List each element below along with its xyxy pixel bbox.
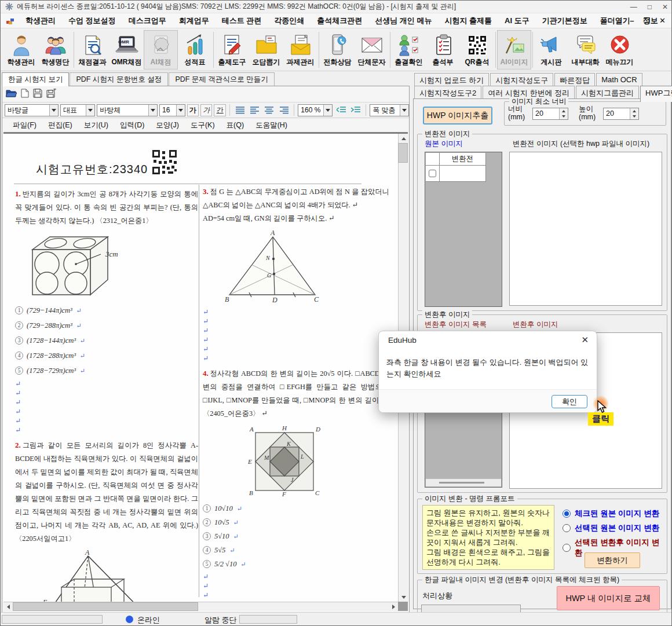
ok-button[interactable]: 확인 [552, 395, 587, 408]
source-image-grid[interactable]: 변환전 [425, 152, 502, 307]
document-page[interactable]: 시험고유번호:23340 1.반지름의 길이가 3cm인 공 8개가 사각기둥 … [3, 134, 398, 602]
menu-item[interactable]: 테스트 관련 [216, 13, 268, 28]
figure-2-label-a: A [85, 549, 90, 557]
toolbar-ai-grading-button[interactable]: AI채점 [144, 30, 178, 69]
toolbar-group-sms-button[interactable]: 단체문자 [355, 30, 389, 69]
toolbar-student-manage-button[interactable]: 학생관리 [4, 30, 38, 69]
minimize-button[interactable]: — [630, 3, 637, 11]
scroll-left-button[interactable] [3, 602, 13, 611]
radio-button[interactable] [563, 524, 571, 532]
hwp-menu-item[interactable]: 파일(F) [7, 120, 42, 130]
menu-item[interactable]: 출석체크관련 [311, 13, 368, 28]
min-height-spinner[interactable]: 20 [603, 108, 639, 120]
height-down-arrow[interactable] [630, 114, 638, 120]
toolbar-report-card-button[interactable]: 성적표 [178, 30, 212, 69]
menu-item[interactable]: 시험지 출제툴 [438, 13, 498, 28]
toolbar-authoring-tool-button[interactable]: 출제도구 [215, 30, 249, 69]
hwp-menu-item[interactable]: 편집(E) [42, 120, 78, 130]
radio-convert-selected-source[interactable]: 선택된 원본 이미지 변환 [563, 523, 659, 533]
hwp-menu-item[interactable]: 입력(D) [114, 120, 150, 130]
font-select[interactable]: 바탕체 [97, 104, 158, 116]
replace-hwp-image-button[interactable]: HWP 내 이미지로 교체 [557, 586, 660, 610]
hwp-image-extract-button[interactable]: HWP 이미지추출 [423, 107, 492, 125]
open-folder-icon[interactable] [6, 89, 17, 100]
fit-select[interactable]: 폭 맞춤 [370, 104, 409, 116]
save-as-icon[interactable] [46, 89, 57, 100]
bold-button[interactable]: 가 [187, 104, 199, 116]
hwp-menu-item[interactable]: 보기(U) [78, 120, 114, 130]
toolbar-assignment-button[interactable]: 과제관리 [283, 30, 317, 69]
menu-item[interactable]: 회계업무 [173, 13, 216, 28]
save-icon[interactable] [33, 89, 42, 100]
toolbar-attendance-check-button[interactable]: 출결확인 [392, 30, 426, 69]
height-up-arrow[interactable] [630, 108, 638, 114]
hwp-menu-item[interactable]: 도구(K) [185, 120, 221, 130]
mdi-minimize-button[interactable]: – [630, 16, 634, 25]
italic-button[interactable]: 가 [200, 104, 212, 116]
menu-item[interactable]: 데스크업무 [122, 13, 173, 28]
row-checkbox[interactable] [429, 170, 436, 177]
toolbar-grading-result-button[interactable]: 채점결과 [75, 30, 109, 69]
toolbar-wrong-answer-button[interactable]: 오답뽑기 [249, 30, 283, 69]
toolbar-ai-image-button[interactable]: AI이미지 [497, 30, 531, 69]
new-document-icon[interactable] [21, 89, 29, 100]
menu-item[interactable]: 학생관리 [19, 13, 62, 28]
width-up-arrow[interactable] [560, 108, 568, 114]
toolbar-phone-consult-button[interactable]: 전화상담 [320, 30, 355, 69]
toolbar-internal-chat-button[interactable]: 내부대화 [568, 30, 602, 69]
hwp-menu-item[interactable]: 모양(J) [150, 120, 185, 130]
tab-hwp-exam-view[interactable]: 한글 시험지 보기 [2, 72, 69, 86]
convert-button[interactable]: 변환하기 [585, 552, 640, 568]
align-center-button[interactable] [263, 104, 276, 116]
toolbar-student-list-button[interactable]: 학생명단 [38, 30, 72, 69]
mdi-restore-button[interactable]: ❒ [643, 16, 650, 25]
scroll-right-button[interactable] [389, 602, 398, 611]
status-progress-field [2, 615, 103, 624]
indent-increase-button[interactable] [349, 104, 362, 116]
close-button[interactable]: ✕ [662, 3, 668, 11]
horizontal-scroll-thumb[interactable] [13, 602, 198, 611]
mdi-close-button[interactable]: ✕ [659, 16, 666, 25]
toolbar-board-button[interactable]: 게시판 [534, 30, 568, 69]
radio-button[interactable] [563, 544, 571, 552]
menu-item[interactable]: AI 도구 [498, 13, 536, 28]
style-select[interactable]: 바탕글 [5, 104, 59, 116]
menu-item[interactable]: 기관기본정보 [536, 13, 594, 28]
tab-pdf-question-number[interactable]: PDF 시험지 문항번호 설정 [70, 72, 168, 86]
font-size-select[interactable]: 16 [159, 104, 185, 116]
online-status-label: 온라인 [137, 615, 160, 625]
vertical-scroll-thumb[interactable] [398, 143, 408, 163]
toolbar-omr-grading-button[interactable]: OMR OMR채점 [109, 30, 144, 69]
min-width-spinner[interactable]: 20 [532, 108, 568, 120]
menu-item[interactable]: 수업 정보설정 [62, 13, 122, 28]
tab-pdf-to-multiple-choice[interactable]: PDF 문제 객관식으로 만들기 [169, 72, 274, 86]
radio-convert-checked-source[interactable]: 체크된 원본 이미지 변환 [563, 508, 659, 519]
grid-checkbox-cell[interactable] [426, 166, 440, 182]
radio-button[interactable] [563, 510, 571, 518]
tab-hwp-image-convert[interactable]: HWP그림변환 [640, 86, 672, 102]
indent-decrease-button[interactable] [334, 104, 347, 116]
menu-item[interactable]: 각종인쇄 [268, 13, 311, 28]
align-justify-button[interactable] [233, 104, 246, 116]
document-view: 시험고유번호:23340 1.반지름의 길이가 3cm인 공 8개가 사각기둥 … [3, 132, 408, 611]
rep-select[interactable]: 대표 [60, 104, 95, 116]
zoom-select[interactable]: 160 % [298, 104, 333, 116]
option-row: 5(1728−729π)cm³↵ [15, 363, 198, 378]
scroll-down-button[interactable] [399, 592, 408, 602]
toolbar-qr-attendance-button[interactable]: QR출석 [460, 30, 494, 69]
menu-item[interactable]: 선생님 개인 메뉴 [368, 13, 438, 28]
toolbar-menu-off-button[interactable]: 메뉴끄기 [602, 30, 637, 69]
hwp-menu-item[interactable]: 도움말(H) [250, 120, 293, 130]
dialog-close-icon[interactable]: ✕ [581, 335, 589, 345]
maximize-button[interactable]: □ [648, 3, 652, 11]
prompt-textarea[interactable]: 그림 원본은 유지하고, 원본의 숫자나 문자내용은 변경하지 말아줘. 손으로… [422, 505, 554, 570]
scroll-up-button[interactable] [399, 134, 408, 143]
underline-button[interactable]: 간 [214, 104, 225, 116]
horizontal-scrollbar[interactable] [3, 602, 398, 611]
align-right-button[interactable] [277, 104, 290, 116]
toolbar-attendance-book-button[interactable]: 출석부 [426, 30, 460, 69]
grid-hscrollbar[interactable] [426, 479, 501, 486]
width-down-arrow[interactable] [560, 114, 568, 120]
align-left-button[interactable] [248, 104, 261, 116]
hwp-menu-item[interactable]: 표(Q) [221, 120, 250, 130]
